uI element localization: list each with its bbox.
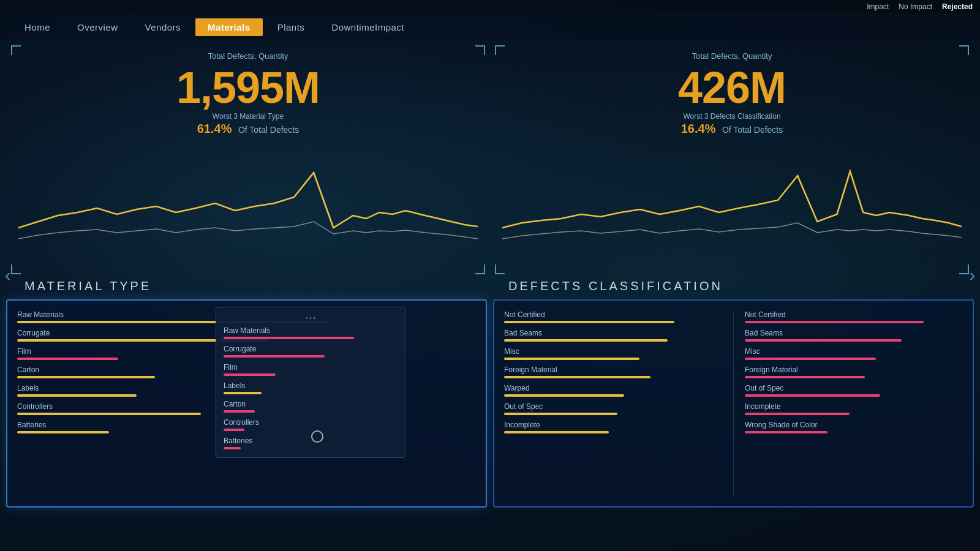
bar-container: [224, 355, 398, 358]
bar-container: [224, 447, 398, 450]
list-item: Misc: [745, 347, 963, 361]
list-item-label: Not Certified: [504, 310, 722, 319]
list-item: Batteries: [224, 437, 398, 450]
list-item-label: Corrugate: [224, 345, 398, 353]
bar-container: [745, 394, 963, 397]
charts-bottom: Raw MaterialsCorrugateFilmCartonLabelsCo…: [0, 299, 980, 508]
bar: [17, 376, 155, 378]
bar: [504, 394, 624, 397]
right-corner-tl: [495, 45, 505, 55]
left-chart-panel: Total Defects, Quantity 1,595M Worst 3 M…: [6, 40, 490, 279]
topbar: Impact No Impact Rejected: [0, 0, 980, 13]
list-item: Foreign Material: [745, 365, 963, 379]
left-bottom-panel: Raw MaterialsCorrugateFilmCartonLabelsCo…: [6, 299, 487, 508]
list-item-label: Misc: [745, 347, 963, 356]
list-item-label: Bad Seams: [745, 329, 963, 337]
bar-container: [745, 376, 963, 379]
list-item-label: Incomplete: [504, 421, 722, 429]
list-item-label: Bad Seams: [504, 329, 722, 337]
list-item: Incomplete: [504, 421, 722, 434]
corner-bl: [11, 264, 21, 274]
list-item-label: Out of Spec: [504, 402, 722, 411]
bar-container: [224, 410, 398, 413]
bar-container: [224, 392, 398, 395]
bar-container: [504, 394, 722, 397]
bar: [504, 321, 674, 323]
right-chart-panel: Total Defects, Quantity 426M Worst 3 Def…: [490, 40, 974, 279]
left-chart-percent: 61.4% Of Total Defects: [18, 122, 478, 136]
list-item-label: Raw Materials: [224, 326, 398, 335]
bar: [745, 431, 827, 433]
list-item-label: Film: [224, 363, 398, 372]
bar: [17, 394, 137, 397]
list-item: Foreign Material: [504, 365, 722, 379]
bar: [17, 431, 109, 433]
list-item-label: Out of Spec: [745, 384, 963, 392]
right-chart-percent: 16.4% Of Total Defects: [502, 122, 962, 136]
bar: [745, 358, 876, 360]
list-item-label: Misc: [504, 347, 722, 356]
list-item-label: Controllers: [224, 418, 398, 427]
left-line-chart: [18, 142, 478, 252]
nav-plants[interactable]: Plants: [265, 18, 317, 36]
list-item: Film: [224, 363, 398, 377]
list-item: Raw Materials: [224, 326, 398, 340]
list-item-label: Labels: [224, 381, 398, 390]
corner-br: [475, 264, 485, 274]
left-chart-sublabel: Worst 3 Material Type: [18, 112, 478, 121]
topbar-no-impact[interactable]: No Impact: [899, 2, 932, 11]
bar-container: [504, 376, 722, 379]
bar: [745, 376, 865, 378]
bar: [504, 376, 650, 378]
bar-container: [504, 358, 722, 361]
bar: [224, 410, 255, 413]
right-section-title: Defects Classification: [490, 279, 974, 293]
left-chart-label: Total Defects, Quantity: [18, 51, 478, 61]
list-item-label: Batteries: [224, 437, 398, 445]
bar: [745, 321, 924, 323]
nav-downtime-impact[interactable]: DowntimeImpact: [319, 18, 417, 36]
list-item: Out of Spec: [504, 402, 722, 416]
nav-home[interactable]: Home: [12, 18, 62, 36]
nav-overview[interactable]: Overview: [65, 18, 130, 36]
bar-container: [504, 321, 722, 324]
bar: [504, 358, 639, 360]
right-list-right-col: Not CertifiedBad SeamsMiscForeign Materi…: [745, 310, 963, 497]
bar: [745, 394, 880, 397]
right-bottom-panel: Not CertifiedBad SeamsMiscForeign Materi…: [493, 299, 974, 508]
bar: [224, 429, 244, 431]
list-item-label: Warped: [504, 384, 722, 392]
left-percent-value: 61.4%: [197, 122, 232, 135]
topbar-rejected[interactable]: Rejected: [942, 2, 973, 11]
prev-arrow[interactable]: ‹: [5, 266, 10, 285]
divider: [733, 310, 734, 497]
bar: [504, 413, 617, 415]
bar: [745, 339, 902, 342]
next-arrow[interactable]: ›: [970, 266, 975, 285]
left-section-title: Material Type: [6, 279, 490, 293]
main-content: Total Defects, Quantity 1,595M Worst 3 M…: [0, 40, 980, 551]
list-item: Out of Spec: [745, 384, 963, 397]
bar: [224, 373, 276, 376]
list-item: Bad Seams: [504, 329, 722, 342]
right-percent-text: Of Total Defects: [722, 125, 783, 135]
right-chart-label: Total Defects, Quantity: [502, 51, 962, 61]
popup-list-col: Raw MaterialsCorrugateFilmLabelsCartonCo…: [224, 326, 398, 450]
topbar-impact[interactable]: Impact: [867, 2, 889, 11]
list-item: Wrong Shade of Color: [745, 421, 963, 434]
bar: [17, 358, 118, 360]
left-percent-text: Of Total Defects: [238, 125, 299, 135]
bar: [504, 339, 668, 342]
list-item-label: Foreign Material: [504, 365, 722, 374]
nav-materials[interactable]: Materials: [195, 18, 263, 36]
bar-container: [504, 431, 722, 434]
list-item-label: Wrong Shade of Color: [745, 421, 963, 429]
right-corner-tr: [959, 45, 969, 55]
list-item-label: Foreign Material: [745, 365, 963, 374]
charts-top: Total Defects, Quantity 1,595M Worst 3 M…: [0, 40, 980, 279]
list-item: Bad Seams: [745, 329, 963, 342]
bar-container: [504, 339, 722, 342]
list-item: Misc: [504, 347, 722, 361]
bar: [224, 392, 262, 394]
nav-vendors[interactable]: Vendors: [133, 18, 194, 36]
